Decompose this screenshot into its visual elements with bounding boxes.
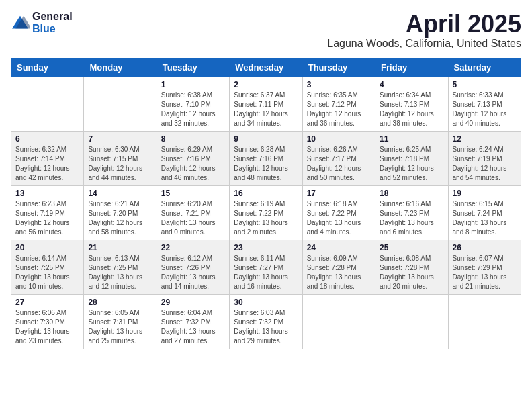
day-info: Sunrise: 6:06 AM Sunset: 7:30 PM Dayligh… xyxy=(15,308,79,346)
day-number: 25 xyxy=(380,243,443,253)
calendar-cell: 29Sunrise: 6:04 AM Sunset: 7:32 PM Dayli… xyxy=(157,294,229,349)
day-info: Sunrise: 6:24 AM Sunset: 7:19 PM Dayligh… xyxy=(453,145,517,183)
day-info: Sunrise: 6:03 AM Sunset: 7:32 PM Dayligh… xyxy=(234,308,298,346)
calendar-cell: 28Sunrise: 6:05 AM Sunset: 7:31 PM Dayli… xyxy=(84,294,157,349)
calendar-cell: 5Sunrise: 6:33 AM Sunset: 7:13 PM Daylig… xyxy=(448,77,521,131)
logo-text: General Blue xyxy=(32,11,73,35)
weekday-header-row: SundayMondayTuesdayWednesdayThursdayFrid… xyxy=(11,58,521,77)
weekday-header-monday: Monday xyxy=(84,58,157,77)
calendar-cell: 19Sunrise: 6:15 AM Sunset: 7:24 PM Dayli… xyxy=(448,185,521,240)
day-info: Sunrise: 6:32 AM Sunset: 7:14 PM Dayligh… xyxy=(15,145,79,183)
day-info: Sunrise: 6:07 AM Sunset: 7:29 PM Dayligh… xyxy=(453,254,517,291)
calendar-cell: 12Sunrise: 6:24 AM Sunset: 7:19 PM Dayli… xyxy=(448,131,521,185)
calendar-table: SundayMondayTuesdayWednesdayThursdayFrid… xyxy=(11,58,521,349)
day-number: 14 xyxy=(88,189,152,198)
calendar-cell: 22Sunrise: 6:12 AM Sunset: 7:26 PM Dayli… xyxy=(157,240,229,294)
day-number: 10 xyxy=(307,134,371,144)
calendar-cell: 1Sunrise: 6:38 AM Sunset: 7:10 PM Daylig… xyxy=(157,77,229,131)
day-info: Sunrise: 6:18 AM Sunset: 7:22 PM Dayligh… xyxy=(307,199,371,237)
day-number: 6 xyxy=(15,134,79,144)
day-number: 22 xyxy=(161,243,225,253)
day-info: Sunrise: 6:14 AM Sunset: 7:25 PM Dayligh… xyxy=(15,254,79,291)
calendar-cell: 16Sunrise: 6:19 AM Sunset: 7:22 PM Dayli… xyxy=(230,185,302,240)
day-number: 12 xyxy=(453,134,517,144)
day-number: 4 xyxy=(380,80,443,89)
weekday-header-friday: Friday xyxy=(375,58,448,77)
logo-icon xyxy=(11,15,30,31)
day-number: 11 xyxy=(380,134,443,144)
calendar-cell: 4Sunrise: 6:34 AM Sunset: 7:13 PM Daylig… xyxy=(375,77,448,131)
day-info: Sunrise: 6:34 AM Sunset: 7:13 PM Dayligh… xyxy=(380,91,443,128)
calendar-cell xyxy=(11,77,84,131)
day-info: Sunrise: 6:25 AM Sunset: 7:18 PM Dayligh… xyxy=(380,145,443,183)
day-number: 7 xyxy=(88,134,152,144)
day-info: Sunrise: 6:28 AM Sunset: 7:16 PM Dayligh… xyxy=(234,145,298,183)
title-area: April 2025 Laguna Woods, California, Uni… xyxy=(327,11,521,50)
day-info: Sunrise: 6:37 AM Sunset: 7:11 PM Dayligh… xyxy=(234,91,298,128)
day-info: Sunrise: 6:13 AM Sunset: 7:25 PM Dayligh… xyxy=(88,254,152,291)
day-number: 16 xyxy=(234,189,298,198)
day-number: 8 xyxy=(161,134,225,144)
calendar-week-row-4: 20Sunrise: 6:14 AM Sunset: 7:25 PM Dayli… xyxy=(11,240,521,294)
calendar-cell: 17Sunrise: 6:18 AM Sunset: 7:22 PM Dayli… xyxy=(302,185,375,240)
calendar-cell xyxy=(84,77,157,131)
calendar-cell xyxy=(448,294,521,349)
day-number: 21 xyxy=(88,243,152,253)
day-info: Sunrise: 6:35 AM Sunset: 7:12 PM Dayligh… xyxy=(307,91,371,128)
day-number: 27 xyxy=(15,298,79,307)
calendar-week-row-1: 1Sunrise: 6:38 AM Sunset: 7:10 PM Daylig… xyxy=(11,77,521,131)
calendar-cell: 13Sunrise: 6:23 AM Sunset: 7:19 PM Dayli… xyxy=(11,185,84,240)
calendar-cell: 3Sunrise: 6:35 AM Sunset: 7:12 PM Daylig… xyxy=(302,77,375,131)
day-info: Sunrise: 6:11 AM Sunset: 7:27 PM Dayligh… xyxy=(234,254,298,291)
calendar-cell: 8Sunrise: 6:29 AM Sunset: 7:16 PM Daylig… xyxy=(157,131,229,185)
calendar-cell: 14Sunrise: 6:21 AM Sunset: 7:20 PM Dayli… xyxy=(84,185,157,240)
day-number: 24 xyxy=(307,243,371,253)
day-number: 18 xyxy=(380,189,443,198)
calendar-cell: 24Sunrise: 6:09 AM Sunset: 7:28 PM Dayli… xyxy=(302,240,375,294)
calendar-cell: 25Sunrise: 6:08 AM Sunset: 7:28 PM Dayli… xyxy=(375,240,448,294)
day-number: 9 xyxy=(234,134,298,144)
weekday-header-sunday: Sunday xyxy=(11,58,84,77)
calendar-cell: 27Sunrise: 6:06 AM Sunset: 7:30 PM Dayli… xyxy=(11,294,84,349)
calendar-cell: 9Sunrise: 6:28 AM Sunset: 7:16 PM Daylig… xyxy=(230,131,302,185)
day-info: Sunrise: 6:16 AM Sunset: 7:23 PM Dayligh… xyxy=(380,199,443,237)
day-info: Sunrise: 6:26 AM Sunset: 7:17 PM Dayligh… xyxy=(307,145,371,183)
day-info: Sunrise: 6:12 AM Sunset: 7:26 PM Dayligh… xyxy=(161,254,225,291)
calendar-cell: 2Sunrise: 6:37 AM Sunset: 7:11 PM Daylig… xyxy=(230,77,302,131)
calendar-cell: 21Sunrise: 6:13 AM Sunset: 7:25 PM Dayli… xyxy=(84,240,157,294)
weekday-header-wednesday: Wednesday xyxy=(230,58,302,77)
day-info: Sunrise: 6:15 AM Sunset: 7:24 PM Dayligh… xyxy=(453,199,517,237)
day-number: 19 xyxy=(453,189,517,198)
day-number: 3 xyxy=(307,80,371,89)
calendar-week-row-5: 27Sunrise: 6:06 AM Sunset: 7:30 PM Dayli… xyxy=(11,294,521,349)
day-info: Sunrise: 6:33 AM Sunset: 7:13 PM Dayligh… xyxy=(453,91,517,128)
day-info: Sunrise: 6:08 AM Sunset: 7:28 PM Dayligh… xyxy=(380,254,443,291)
weekday-header-thursday: Thursday xyxy=(302,58,375,77)
location-subtitle: Laguna Woods, California, United States xyxy=(327,38,521,50)
day-number: 2 xyxy=(234,80,298,89)
day-info: Sunrise: 6:19 AM Sunset: 7:22 PM Dayligh… xyxy=(234,199,298,237)
day-info: Sunrise: 6:38 AM Sunset: 7:10 PM Dayligh… xyxy=(161,91,225,128)
calendar-cell: 7Sunrise: 6:30 AM Sunset: 7:15 PM Daylig… xyxy=(84,131,157,185)
weekday-header-tuesday: Tuesday xyxy=(157,58,229,77)
day-info: Sunrise: 6:20 AM Sunset: 7:21 PM Dayligh… xyxy=(161,199,225,237)
calendar-cell: 26Sunrise: 6:07 AM Sunset: 7:29 PM Dayli… xyxy=(448,240,521,294)
calendar-cell: 15Sunrise: 6:20 AM Sunset: 7:21 PM Dayli… xyxy=(157,185,229,240)
calendar-cell: 20Sunrise: 6:14 AM Sunset: 7:25 PM Dayli… xyxy=(11,240,84,294)
calendar-cell: 18Sunrise: 6:16 AM Sunset: 7:23 PM Dayli… xyxy=(375,185,448,240)
page-header: General Blue April 2025 Laguna Woods, Ca… xyxy=(11,11,521,50)
day-number: 15 xyxy=(161,189,225,198)
day-number: 29 xyxy=(161,298,225,307)
calendar-cell: 11Sunrise: 6:25 AM Sunset: 7:18 PM Dayli… xyxy=(375,131,448,185)
day-info: Sunrise: 6:05 AM Sunset: 7:31 PM Dayligh… xyxy=(88,308,152,346)
day-info: Sunrise: 6:30 AM Sunset: 7:15 PM Dayligh… xyxy=(88,145,152,183)
calendar-cell xyxy=(302,294,375,349)
day-number: 20 xyxy=(15,243,79,253)
day-number: 28 xyxy=(88,298,152,307)
day-number: 5 xyxy=(453,80,517,89)
weekday-header-saturday: Saturday xyxy=(448,58,521,77)
calendar-week-row-2: 6Sunrise: 6:32 AM Sunset: 7:14 PM Daylig… xyxy=(11,131,521,185)
calendar-cell xyxy=(375,294,448,349)
day-number: 17 xyxy=(307,189,371,198)
day-number: 13 xyxy=(15,189,79,198)
